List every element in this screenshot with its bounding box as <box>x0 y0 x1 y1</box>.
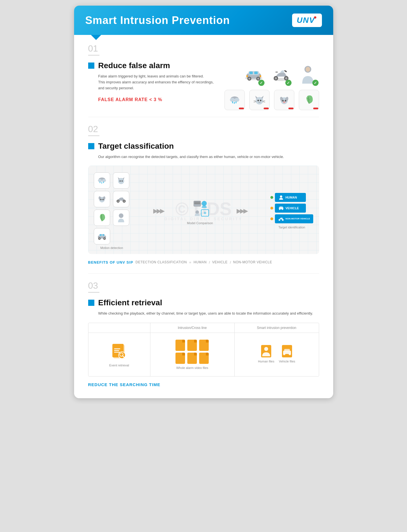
scooter-check-badge: ✓ <box>285 80 292 86</box>
intrusion-file-icons <box>175 340 209 364</box>
svg-point-20 <box>230 98 235 102</box>
section-2-number: 02 <box>88 124 319 136</box>
svg-rect-48 <box>103 181 104 183</box>
human-label: HUMAN <box>286 196 297 199</box>
section-3-title: Efficient retrieval <box>98 298 162 307</box>
section-1-title: Reduce false alarm <box>98 61 170 70</box>
nonmotor-dot <box>270 217 273 220</box>
svg-point-78 <box>195 210 199 214</box>
svg-point-76 <box>202 201 207 206</box>
file-icon-1 <box>175 340 185 351</box>
svg-rect-83 <box>279 206 283 208</box>
svg-rect-74 <box>194 202 200 203</box>
person-check-badge: ✓ <box>312 80 319 86</box>
event-retrieval-label: Event retrieval <box>109 364 129 367</box>
human-btn-icon <box>278 195 284 200</box>
svg-point-21 <box>234 98 239 102</box>
vehicle-label: VEHICLE <box>286 206 299 210</box>
svg-point-13 <box>275 77 277 79</box>
svg-point-102 <box>289 353 291 355</box>
retrieval-table: Intrusion/Cross line Smart intrusion pre… <box>88 323 319 377</box>
svg-point-6 <box>248 78 250 80</box>
event-retrieval-icon <box>110 342 128 360</box>
svg-rect-23 <box>234 102 235 104</box>
svg-point-15 <box>285 77 287 79</box>
blue-square-3 <box>88 300 94 306</box>
col1-header <box>88 323 150 333</box>
svg-rect-68 <box>102 234 104 236</box>
diag-cat-box <box>113 172 129 189</box>
logo-text: UNV <box>297 16 315 25</box>
benefits-sep: DETECTION CLASSIFICATION <box>135 260 187 264</box>
svg-point-64 <box>119 213 123 218</box>
target-human-row: HUMAN <box>270 193 306 202</box>
section-2-title: Target classification <box>98 142 174 151</box>
svg-point-45 <box>102 179 106 182</box>
diag-cat-icon <box>116 175 126 186</box>
vehicle-files-label: Vehicle files <box>279 360 295 363</box>
cloud-x-badge <box>239 108 244 109</box>
leaf-icon-box <box>299 90 319 110</box>
svg-line-33 <box>263 102 265 102</box>
diag-scooter-icon <box>116 194 126 204</box>
leaf-x-badge <box>313 108 318 109</box>
diag-car-box <box>94 228 110 244</box>
diag-row: Motion detection ▶▶▶ <box>94 172 313 250</box>
svg-rect-4 <box>254 72 257 74</box>
diag-cloud-box <box>94 172 110 189</box>
nonmotor-label: NON-MOTOR VEHICLE <box>286 217 310 220</box>
diag-cloud-icon <box>97 175 107 186</box>
svg-rect-47 <box>101 182 102 183</box>
svg-rect-22 <box>232 101 233 103</box>
svg-point-97 <box>264 347 268 351</box>
svg-point-38 <box>284 100 286 101</box>
vehicle-button: VEHICLE <box>275 204 306 213</box>
svg-point-72 <box>104 238 105 239</box>
file-icon-6 <box>199 353 209 364</box>
human-files-icon <box>260 344 272 359</box>
svg-rect-16 <box>275 72 278 73</box>
svg-point-52 <box>119 180 121 182</box>
benefits-nonmotor: NON-MOTOR VEHICLE <box>233 260 272 264</box>
smart-intrusion-cell: Human files Veh <box>235 333 319 376</box>
motion-detection-label: Motion detection <box>94 246 130 250</box>
nonmotor-button: NON-MOTOR VEHICLE <box>275 214 313 223</box>
svg-rect-91 <box>114 350 119 351</box>
file-icon-4 <box>175 353 185 364</box>
svg-rect-75 <box>194 203 200 204</box>
svg-point-87 <box>282 219 284 221</box>
svg-point-80 <box>204 212 206 214</box>
vehicle-dot <box>270 207 273 210</box>
section-3-desc: While checking the playback, either by c… <box>88 311 319 317</box>
section-2-desc: Our algorithm can recognise the detected… <box>88 154 319 160</box>
svg-point-39 <box>283 101 285 103</box>
main-content: 01 Reduce false alarm False alarm trigge… <box>74 35 333 398</box>
diag-dog-icon <box>97 194 107 204</box>
svg-point-37 <box>282 100 283 101</box>
svg-rect-90 <box>114 348 120 349</box>
vehicle-btn-icon <box>278 205 284 211</box>
target-identification-group: HUMAN <box>270 193 313 229</box>
false-alarm-unit: % <box>158 97 162 102</box>
svg-rect-92 <box>114 352 120 353</box>
diag-icons-grid <box>94 172 130 244</box>
cat-icon <box>253 94 266 106</box>
vehicle-files-icon <box>281 344 293 359</box>
leaf-icon <box>303 94 315 106</box>
benefits-vehicle: VEHICLE <box>212 260 228 264</box>
file-icon-5 <box>187 353 197 364</box>
cloud-icon <box>228 94 241 106</box>
svg-point-84 <box>279 208 280 210</box>
blue-square-2 <box>88 143 94 149</box>
vehicle-files-group: Vehicle files <box>279 344 295 363</box>
svg-rect-100 <box>284 349 290 351</box>
benefits-human: HUMAN <box>194 260 207 264</box>
svg-rect-3 <box>249 72 253 74</box>
diag-leaf-icon <box>97 213 107 223</box>
unv-logo: UNV <box>292 14 322 27</box>
whole-alarm-label: Whole alarm video files <box>176 366 208 369</box>
classification-diagram: © DDS DIGITAL DIRECT SECURITY <box>88 166 319 254</box>
person-icon-item: ✓ <box>297 64 319 86</box>
section-1-title-row: Reduce false alarm <box>88 61 216 70</box>
event-retrieval-cell: Event retrieval <box>88 333 150 376</box>
